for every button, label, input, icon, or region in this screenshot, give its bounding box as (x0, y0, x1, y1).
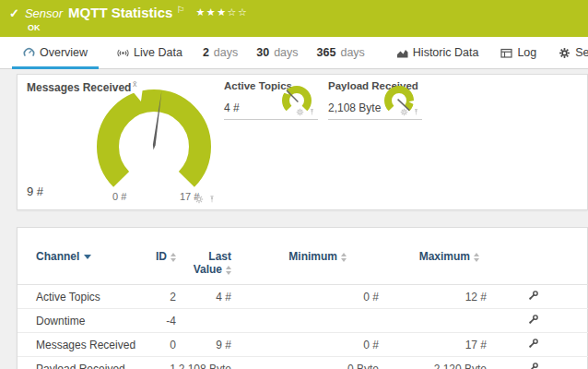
gauge-pin-icon[interactable] (412, 108, 420, 116)
sensor-status-header: ✓ Sensor MQTT Statistics ⚐ ★★★☆☆ OK (0, 0, 588, 37)
table-row: Downtime -4 (18, 309, 588, 333)
table-row: Active Topics 2 4 # 0 # 12 # (18, 285, 588, 309)
sort-toggle-icon (341, 253, 347, 262)
channel-minimum (231, 309, 379, 333)
gauge-icon (23, 47, 35, 59)
channel-settings-wrench-icon[interactable] (528, 314, 539, 325)
channel-settings-wrench-icon[interactable] (528, 362, 539, 369)
table-row: Payload Received 1 2,108 Byte 0 Byte 2,1… (18, 357, 588, 369)
column-header-channel[interactable]: Channel (18, 228, 148, 285)
tab-label: Overview (40, 46, 88, 59)
sort-toggle-icon (171, 253, 176, 262)
gauge-min-label: 0 # (112, 191, 126, 202)
status-badge: OK (28, 23, 41, 32)
channel-minimum: 0 # (231, 333, 379, 357)
mini-gauge-value: 2,108 Byte (328, 101, 381, 114)
channel-maximum: 12 # (379, 285, 487, 309)
tab-label: Log (517, 46, 536, 59)
channel-maximum: 17 # (379, 333, 487, 357)
tab-log[interactable]: Log (489, 37, 547, 68)
mini-gauge-value: 4 # (224, 101, 240, 114)
tab-2-days[interactable]: 2 days (194, 37, 247, 68)
channel-name[interactable]: Downtime (18, 309, 148, 333)
gauge-mean-symbol: x̄ (133, 79, 137, 89)
channel-name[interactable]: Active Topics (18, 285, 148, 309)
prtg-sensor-page: ✓ Sensor MQTT Statistics ⚐ ★★★☆☆ OK Over… (0, 0, 588, 369)
channel-settings-wrench-icon[interactable] (528, 338, 539, 349)
channel-id: 2 (148, 285, 176, 309)
tab-label: Historic Data (413, 46, 479, 59)
gauge-pin-icon[interactable] (207, 195, 217, 204)
tab-30-days[interactable]: 30 days (247, 37, 307, 68)
channel-minimum: 0 # (231, 285, 379, 309)
overview-gauges-panel: Messages Received x̄ 0 # 17 # 9 # Active… (17, 74, 588, 210)
star-rating[interactable]: ★★★☆☆ (195, 6, 248, 18)
object-kind-label: Sensor (25, 6, 63, 20)
page-title: MQTT Statistics (68, 5, 172, 20)
tab-overview[interactable]: Overview (12, 37, 99, 68)
channel-table: Channel ID Last Value Minimum Maximum (18, 228, 588, 369)
tab-label: Live Data (134, 46, 182, 59)
column-header-id[interactable]: ID (148, 228, 176, 285)
active-tab-indicator (12, 66, 99, 69)
payload-received-tile: Payload Received 2,108 Byte (328, 78, 422, 120)
channel-name[interactable]: Payload Received (18, 357, 148, 369)
column-header-last-value[interactable]: Last Value (176, 228, 231, 285)
channel-last-value (176, 309, 231, 333)
status-ok-check-icon: ✓ (9, 6, 19, 20)
broadcast-icon (117, 47, 129, 59)
tab-bar: Overview Live Data 2 days 30 days 365 da… (0, 37, 588, 69)
log-icon (500, 47, 512, 59)
column-header-minimum[interactable]: Minimum (231, 228, 379, 285)
column-header-actions (487, 228, 588, 285)
channel-maximum: 2,120 Byte (379, 357, 487, 369)
tab-live-data[interactable]: Live Data (106, 37, 194, 68)
table-row: Messages Received 0 9 # 0 # 17 # (18, 333, 588, 357)
column-header-maximum[interactable]: Maximum (379, 228, 487, 285)
area-chart-icon (396, 47, 408, 59)
channel-last-value: 2,108 Byte (176, 357, 231, 369)
gauge-settings-gear-icon[interactable] (296, 108, 304, 116)
channel-id: -4 (148, 309, 176, 333)
gauge-settings-gear-icon[interactable] (194, 195, 204, 204)
gauge-settings-gear-icon[interactable] (400, 108, 408, 116)
messages-received-gauge: x̄ (89, 78, 218, 208)
tab-365-days[interactable]: 365 days (308, 37, 374, 68)
sort-desc-icon (84, 255, 91, 259)
active-topics-tile: Active Topics 4 # (224, 78, 318, 120)
sort-toggle-icon (474, 253, 479, 262)
channel-last-value: 9 # (176, 333, 231, 357)
tab-settings[interactable]: Settings (547, 37, 588, 68)
channel-id: 0 (148, 333, 176, 357)
channel-id: 1 (148, 357, 176, 369)
channel-settings-wrench-icon[interactable] (528, 290, 539, 301)
gear-icon (559, 47, 570, 59)
channel-table-panel: Channel ID Last Value Minimum Maximum (17, 227, 588, 369)
tab-historic-data[interactable]: Historic Data (385, 37, 490, 68)
gauge-pin-icon[interactable] (308, 108, 316, 116)
channel-minimum: 0 Byte (231, 357, 379, 369)
primary-gauge-value: 9 # (27, 184, 43, 198)
tab-label: Settings (575, 46, 588, 59)
priority-flag-icon[interactable]: ⚐ (176, 5, 184, 15)
sort-toggle-icon (226, 266, 231, 275)
channel-maximum (379, 309, 487, 333)
channel-name[interactable]: Messages Received (18, 333, 148, 357)
channel-last-value: 4 # (176, 285, 231, 309)
